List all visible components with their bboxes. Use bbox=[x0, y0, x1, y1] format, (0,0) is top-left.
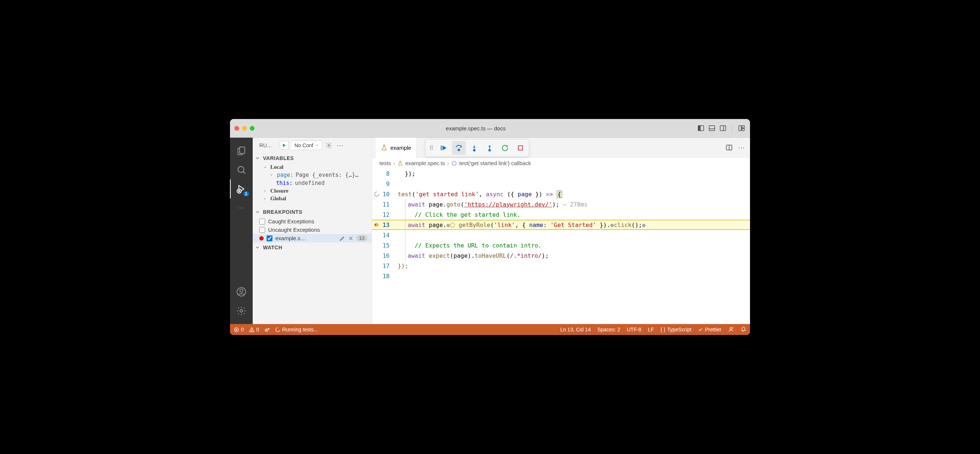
svg-point-27 bbox=[489, 149, 491, 151]
variable-this[interactable]: this: undefined bbox=[253, 179, 372, 187]
status-language[interactable]: { }TypeScript bbox=[660, 327, 691, 332]
svg-marker-22 bbox=[442, 146, 446, 151]
code-line[interactable]: // Click the get started link. bbox=[398, 210, 750, 220]
status-debug-target-icon[interactable] bbox=[264, 327, 270, 332]
status-running-tests[interactable]: Running tests... bbox=[275, 327, 318, 332]
step-over-button[interactable] bbox=[452, 141, 466, 155]
breakpoint-file-label: example.s… bbox=[275, 235, 337, 241]
debug-config-select[interactable]: No Conf bbox=[291, 141, 322, 150]
line-number[interactable]: 18 bbox=[382, 271, 394, 281]
breadcrumb[interactable]: tests › example.spec.ts › test('get star… bbox=[372, 158, 750, 168]
editor-tab[interactable]: example bbox=[376, 138, 417, 158]
layout-panel-icon[interactable] bbox=[708, 124, 716, 132]
code-line[interactable] bbox=[398, 179, 750, 189]
code-line[interactable]: test('get started link', async ({ page }… bbox=[398, 189, 750, 199]
editor-more-icon[interactable]: ··· bbox=[737, 144, 746, 152]
remove-breakpoint-icon[interactable] bbox=[348, 236, 353, 241]
status-encoding[interactable]: UTF-8 bbox=[627, 327, 641, 332]
more-icon[interactable]: ··· bbox=[230, 198, 253, 217]
sidebar-more-icon[interactable]: ··· bbox=[336, 142, 345, 149]
variable-page-name: page: bbox=[277, 172, 293, 178]
variable-page[interactable]: page: Page {_events: {…}… bbox=[253, 171, 372, 179]
code-line[interactable]: }); bbox=[398, 261, 750, 271]
breadcrumb-file[interactable]: example.spec.ts bbox=[406, 160, 445, 166]
svg-point-16 bbox=[240, 310, 243, 312]
breakpoint-item[interactable]: example.s… 13 bbox=[253, 234, 372, 242]
svg-rect-28 bbox=[518, 146, 523, 150]
line-number[interactable]: 14 bbox=[382, 230, 394, 240]
breakpoint-line-badge: 13 bbox=[356, 235, 368, 241]
code-line[interactable] bbox=[398, 230, 750, 240]
line-number[interactable]: 15 bbox=[382, 240, 394, 251]
breakpoints-section-header[interactable]: BREAKPOINTS bbox=[253, 207, 372, 217]
variables-section-header[interactable]: VARIABLES bbox=[253, 153, 372, 163]
svg-rect-9 bbox=[240, 147, 245, 154]
scope-local[interactable]: Local bbox=[253, 163, 372, 171]
status-indentation[interactable]: Spaces: 2 bbox=[597, 327, 620, 332]
code-line[interactable]: await expect(page).toHaveURL(/.*intro/); bbox=[398, 251, 750, 261]
svg-line-11 bbox=[243, 172, 245, 174]
status-eol[interactable]: LF bbox=[648, 327, 654, 332]
scope-local-label: Local bbox=[270, 164, 283, 170]
code-line[interactable] bbox=[398, 271, 750, 281]
status-cursor-position[interactable]: Ln 13, Col 14 bbox=[560, 327, 591, 332]
line-number[interactable]: 11 bbox=[382, 199, 394, 210]
accounts-icon[interactable] bbox=[230, 282, 253, 301]
step-into-button[interactable] bbox=[467, 141, 481, 155]
titlebar: example.spec.ts — docs bbox=[230, 119, 750, 138]
step-out-button[interactable] bbox=[483, 141, 496, 155]
editor-tab-label: example bbox=[390, 144, 411, 151]
code-editor[interactable]: 8 9 10 11 12 13 14 15 16 17 18 }); test(… bbox=[372, 168, 750, 324]
run-and-debug-icon[interactable]: 1 bbox=[230, 179, 253, 198]
svg-point-25 bbox=[474, 149, 475, 151]
start-debug-button[interactable] bbox=[280, 141, 289, 150]
continue-button[interactable] bbox=[436, 141, 450, 155]
customize-layout-icon[interactable] bbox=[738, 124, 746, 132]
breadcrumb-folder[interactable]: tests bbox=[379, 160, 391, 166]
edit-breakpoint-icon[interactable] bbox=[339, 235, 345, 241]
breakpoint-caught-exceptions[interactable]: Caught Exceptions bbox=[253, 217, 372, 225]
breakpoint-enabled-checkbox[interactable] bbox=[267, 235, 272, 241]
split-editor-icon[interactable] bbox=[725, 143, 733, 152]
code-line[interactable]: // Expects the URL to contain intro. bbox=[398, 240, 750, 251]
code-line[interactable]: }); bbox=[398, 168, 750, 179]
loading-spinner-icon bbox=[372, 189, 382, 199]
explorer-icon[interactable] bbox=[230, 141, 253, 160]
breakpoint-uncaught-exceptions[interactable]: Uncaught Exceptions bbox=[253, 225, 372, 234]
settings-gear-icon[interactable] bbox=[230, 301, 253, 321]
svg-point-39 bbox=[730, 328, 732, 330]
stop-button[interactable] bbox=[514, 141, 527, 155]
debug-toolbar[interactable]: ⠿ bbox=[425, 139, 529, 157]
caught-exceptions-checkbox[interactable] bbox=[259, 219, 265, 224]
scope-closure[interactable]: Closure bbox=[253, 187, 372, 195]
code-line[interactable]: await page.goto('https://playwright.dev/… bbox=[398, 199, 750, 210]
layout-sidebar-right-icon[interactable] bbox=[719, 124, 727, 132]
scope-closure-label: Closure bbox=[270, 188, 289, 194]
debug-settings-icon[interactable] bbox=[325, 142, 332, 149]
status-feedback-icon[interactable] bbox=[728, 327, 734, 332]
svg-rect-21 bbox=[441, 146, 442, 151]
line-number[interactable]: 16 bbox=[382, 251, 394, 261]
line-number[interactable]: 8 bbox=[382, 168, 394, 179]
line-number[interactable]: 9 bbox=[382, 179, 394, 189]
uncaught-exceptions-checkbox[interactable] bbox=[259, 227, 265, 233]
code-line[interactable]: await page.●⬠ getByRole('link', { name: … bbox=[398, 220, 750, 230]
line-number[interactable]: 13 bbox=[382, 220, 394, 230]
line-number[interactable]: 10 bbox=[382, 189, 394, 199]
scope-global[interactable]: Global bbox=[253, 195, 372, 202]
search-icon[interactable] bbox=[230, 160, 253, 179]
line-number[interactable]: 17 bbox=[382, 261, 394, 271]
watch-section-header[interactable]: WATCH bbox=[253, 242, 372, 252]
minimize-window-button[interactable] bbox=[242, 126, 247, 131]
maximize-window-button[interactable] bbox=[250, 126, 255, 131]
status-prettier[interactable]: Prettier bbox=[698, 327, 721, 332]
status-errors[interactable]: 0 bbox=[234, 327, 244, 332]
restart-button[interactable] bbox=[498, 141, 512, 155]
breadcrumb-symbol[interactable]: test('get started link') callback bbox=[459, 160, 531, 166]
drag-handle-icon[interactable]: ⠿ bbox=[427, 144, 435, 152]
layout-sidebar-left-icon[interactable] bbox=[697, 124, 705, 132]
line-number[interactable]: 12 bbox=[382, 210, 394, 220]
close-window-button[interactable] bbox=[234, 126, 239, 131]
status-warnings[interactable]: 0 bbox=[249, 327, 259, 332]
status-notifications-icon[interactable] bbox=[740, 327, 746, 332]
